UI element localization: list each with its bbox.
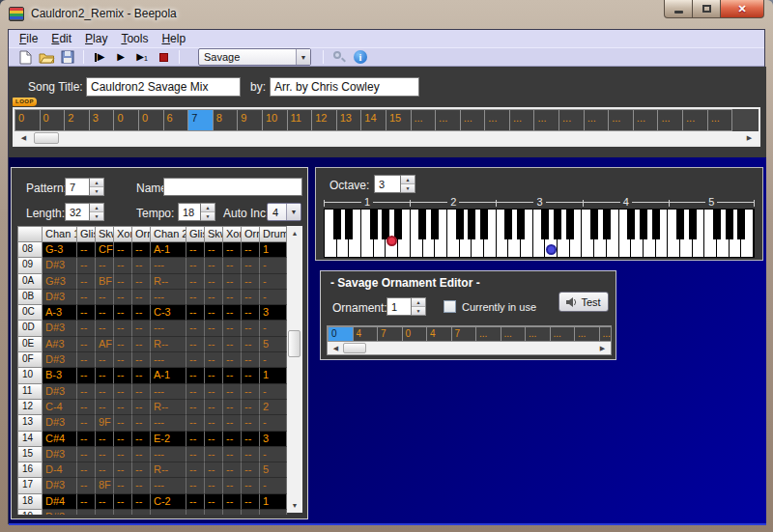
author-input[interactable]: [270, 77, 419, 97]
pattern-cell[interactable]: --: [186, 494, 205, 510]
pattern-cell[interactable]: --: [132, 415, 151, 431]
pattern-row-19[interactable]: 19D#3--------------------: [17, 510, 288, 515]
pattern-cell[interactable]: --: [77, 368, 96, 383]
pattern-cell[interactable]: --: [242, 400, 260, 415]
pattern-cell[interactable]: R--: [151, 337, 186, 352]
pattern-cell[interactable]: 9F: [96, 415, 114, 431]
pattern-cell[interactable]: --: [205, 242, 223, 258]
ornament-spinner[interactable]: ▲▼: [386, 297, 426, 316]
sequence-cell-12[interactable]: 12: [311, 109, 337, 131]
pattern-cell[interactable]: --: [223, 274, 242, 290]
pattern-cell[interactable]: --: [223, 258, 242, 273]
sequence-cell-24[interactable]: ...: [608, 109, 634, 131]
scroll-left-icon[interactable]: ◀: [16, 131, 31, 145]
pattern-cell[interactable]: -: [260, 258, 287, 273]
pattern-row-15[interactable]: 15D#3--------------------: [17, 447, 288, 462]
pattern-cell[interactable]: --: [132, 337, 151, 352]
play-from-start-button[interactable]: ▶: [89, 48, 110, 66]
sequence-cell-18[interactable]: ...: [460, 109, 486, 131]
spinner-buttons[interactable]: ▲▼: [401, 175, 415, 193]
pattern-cell[interactable]: --: [77, 494, 96, 510]
pattern-cell[interactable]: --: [242, 494, 260, 510]
pattern-cell[interactable]: BF: [96, 274, 114, 290]
pattern-cell[interactable]: --: [96, 305, 114, 321]
pattern-cell[interactable]: C-4: [43, 400, 77, 415]
pattern-cell[interactable]: --: [77, 400, 96, 415]
pattern-cell[interactable]: --: [96, 352, 114, 368]
pattern-cell[interactable]: --: [114, 274, 132, 290]
pattern-cell[interactable]: ---: [151, 258, 186, 273]
scroll-left-icon[interactable]: ◀: [329, 342, 343, 354]
pattern-cell[interactable]: D#3: [43, 447, 77, 462]
sequence-cell-14[interactable]: 14: [360, 109, 386, 131]
pattern-cell[interactable]: --: [242, 290, 260, 305]
pattern-cell[interactable]: ---: [151, 415, 186, 431]
pattern-cell[interactable]: --: [205, 384, 223, 400]
ornament-cell-6[interactable]: ...: [475, 326, 501, 342]
pattern-cell[interactable]: --: [186, 290, 205, 305]
pattern-cell[interactable]: --: [205, 462, 223, 478]
pattern-cell[interactable]: --: [205, 274, 223, 290]
pattern-cell[interactable]: --: [96, 321, 114, 336]
pattern-cell[interactable]: E-2: [151, 432, 186, 447]
pattern-cell[interactable]: --: [132, 258, 151, 273]
pattern-cell[interactable]: 8F: [96, 478, 114, 493]
pattern-cell[interactable]: --: [242, 447, 260, 462]
pattern-cell[interactable]: C#4: [43, 432, 77, 447]
pattern-cell[interactable]: --: [77, 462, 96, 478]
pattern-cell[interactable]: B-3: [43, 368, 77, 383]
sequence-cell-11[interactable]: 11: [287, 109, 313, 131]
pattern-cell[interactable]: --: [205, 305, 223, 321]
pattern-cell[interactable]: -: [260, 290, 287, 305]
pattern-cell[interactable]: -: [260, 352, 287, 368]
octave-value[interactable]: [374, 175, 401, 193]
pattern-cell[interactable]: --: [242, 510, 260, 515]
pattern-cell[interactable]: --: [77, 415, 96, 431]
pattern-cell[interactable]: D#3: [43, 478, 77, 493]
pattern-cell[interactable]: ---: [151, 290, 186, 305]
sequence-cell-4[interactable]: 0: [113, 109, 139, 131]
sequence-cell-19[interactable]: ...: [484, 109, 510, 131]
pattern-cell[interactable]: 2: [260, 400, 287, 415]
pattern-row-0D[interactable]: 0DD#3--------------------: [17, 321, 288, 336]
sequence-cell-25[interactable]: ...: [633, 109, 659, 131]
pattern-cell[interactable]: --: [205, 510, 223, 515]
ornament-cell-5[interactable]: 7: [451, 326, 477, 342]
pattern-cell[interactable]: --: [242, 352, 260, 368]
pattern-cell[interactable]: -: [260, 447, 287, 462]
menu-tools[interactable]: Tools: [114, 31, 155, 46]
pattern-cell[interactable]: ---: [151, 510, 186, 515]
sequence-cell-26[interactable]: ...: [657, 109, 683, 131]
pattern-cell[interactable]: --: [186, 510, 205, 515]
pattern-cell[interactable]: AF: [96, 337, 114, 352]
pattern-cell[interactable]: --: [132, 447, 151, 462]
pattern-cell[interactable]: --: [114, 337, 132, 352]
pattern-cell[interactable]: --: [96, 432, 114, 447]
pattern-cell[interactable]: --: [186, 258, 205, 273]
pattern-cell[interactable]: --: [132, 368, 151, 383]
pattern-cell[interactable]: R--: [151, 274, 186, 290]
pattern-cell[interactable]: --: [205, 478, 223, 493]
scroll-up-icon[interactable]: ▲: [287, 226, 302, 240]
pattern-cell[interactable]: --: [242, 384, 260, 400]
about-button[interactable]: i: [350, 48, 371, 66]
pattern-name-input[interactable]: [163, 178, 302, 196]
piano-black-key[interactable]: [689, 210, 697, 239]
pattern-cell[interactable]: D#4: [43, 494, 77, 510]
pattern-cell[interactable]: --: [205, 432, 223, 447]
piano-black-key[interactable]: [480, 210, 488, 239]
pattern-cell[interactable]: --: [77, 352, 96, 368]
pattern-spinner[interactable]: ▲▼: [65, 178, 104, 196]
pattern-cell[interactable]: --: [132, 321, 151, 336]
piano-black-key[interactable]: [394, 210, 402, 239]
pattern-cell[interactable]: --: [186, 242, 205, 258]
length-spinner[interactable]: ▲▼: [65, 203, 104, 221]
pattern-cell[interactable]: --: [223, 305, 242, 321]
piano-black-key[interactable]: [627, 210, 635, 239]
piano-black-key[interactable]: [382, 210, 389, 239]
pattern-cell[interactable]: --: [96, 400, 114, 415]
pattern-cell[interactable]: --: [132, 242, 151, 258]
pattern-cell[interactable]: D#3: [43, 415, 77, 431]
piano-black-key[interactable]: [517, 210, 525, 239]
pattern-cell[interactable]: --: [114, 432, 132, 447]
